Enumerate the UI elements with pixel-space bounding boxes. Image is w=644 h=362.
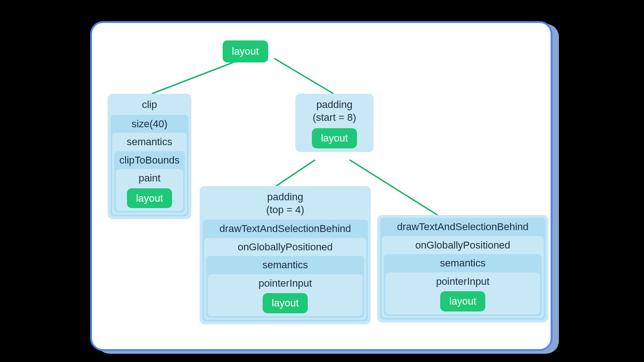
left-leaf: layout — [127, 188, 172, 209]
left-l2: semantics — [114, 135, 185, 150]
left-l4: paint — [118, 171, 181, 187]
left-l0: clip — [110, 96, 189, 114]
mid-leaf: layout — [312, 128, 357, 148]
child-a-l2: onGloballyPositioned — [206, 240, 364, 255]
child-b-l2: semantics — [385, 256, 540, 272]
svg-line-2 — [276, 160, 315, 186]
child-a-l0: padding (top = 4) — [202, 189, 368, 219]
left-l1: size(40) — [112, 117, 187, 132]
child-a-l3: semantics — [208, 258, 362, 273]
child-b-leaf: layout — [440, 291, 486, 311]
left-l3: clipToBounds — [116, 153, 183, 169]
left-node: clip size(40) semantics clipToBounds pai… — [108, 94, 191, 219]
child-b-l1: onGloballyPositioned — [384, 238, 542, 254]
child-a-l1: drawTextAndSelectionBehind — [204, 221, 366, 237]
root-node: layout — [223, 40, 268, 62]
mid-node: padding (start = 8) layout — [295, 94, 374, 152]
diagram-canvas: layout clip size(40) semantics clipToBou… — [90, 21, 552, 351]
child-a-leaf: layout — [263, 293, 308, 313]
child-a-node: padding (top = 4) drawTextAndSelectionBe… — [200, 186, 371, 324]
child-a-l4: pointerInput — [210, 276, 361, 292]
root-label: layout — [232, 45, 259, 57]
mid-l0: padding (start = 8) — [298, 96, 371, 126]
child-b-node: drawTextAndSelectionBehind onGloballyPos… — [377, 215, 548, 322]
svg-line-0 — [152, 58, 244, 94]
svg-line-1 — [274, 58, 334, 94]
child-b-l3: pointerInput — [387, 274, 538, 290]
child-b-l0: drawTextAndSelectionBehind — [382, 220, 544, 235]
